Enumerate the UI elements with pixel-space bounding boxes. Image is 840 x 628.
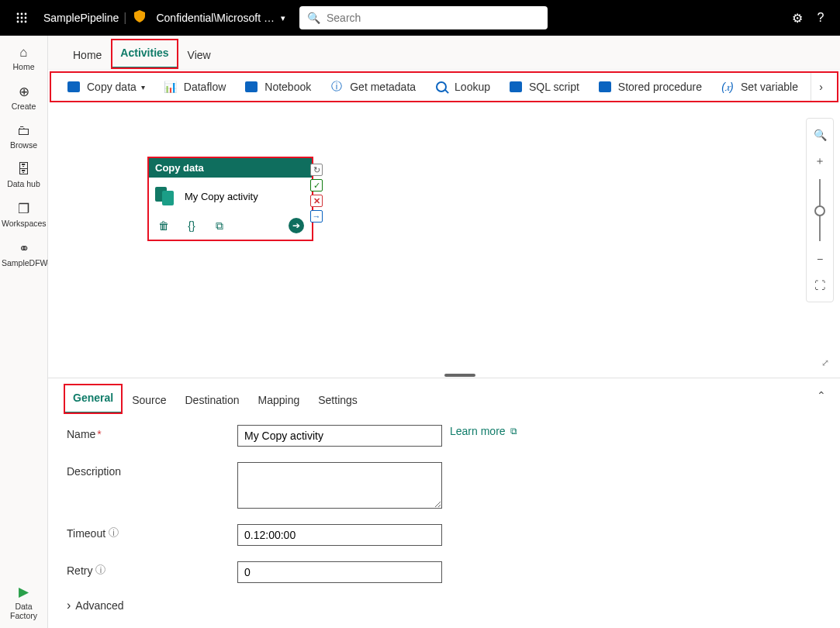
svg-point-8 (25, 21, 27, 23)
activities-ribbon: Copy data▾ 📊Dataflow Notebook ⓘGet metad… (50, 71, 838, 102)
activity-name: My Copy activity (185, 191, 258, 202)
nav-sample-workspace[interactable]: ⚭SampleDFWorkspace (0, 236, 47, 275)
chevron-down-icon: ▾ (141, 83, 145, 91)
app-launcher-icon[interactable] (14, 10, 29, 26)
search-input[interactable] (327, 12, 540, 24)
pipeline-canvas[interactable]: Copy data My Copy activity ↻ ✓ ✕ → 🗑 {} … (48, 102, 840, 378)
zoom-search-icon[interactable]: 🔍 (807, 122, 833, 148)
property-tabs: General Source Destination Mapping Setti… (48, 378, 840, 414)
copy-data-icon (155, 187, 177, 205)
left-nav: ⌂Home ⊕Create 🗀Browse 🗄Data hub ❐Workspa… (0, 36, 48, 628)
copy-data-icon (67, 80, 81, 94)
zoom-slider-thumb[interactable] (814, 205, 825, 216)
retry-input[interactable] (237, 561, 442, 583)
breadcrumb-divider: | (123, 11, 126, 25)
dependency-skip-icon[interactable]: → (310, 210, 323, 223)
dependency-success-icon[interactable]: ✓ (310, 179, 323, 192)
panel-drag-handle[interactable] (444, 374, 475, 377)
external-link-icon: ⧉ (510, 426, 517, 436)
factory-icon: ▶ (0, 584, 47, 600)
description-label: Description (67, 462, 237, 478)
nav-data-factory[interactable]: ▶Data Factory (0, 579, 47, 628)
workspaces-icon: ❐ (0, 201, 47, 217)
page-tab-view[interactable]: View (178, 41, 220, 69)
lookup-icon (434, 80, 448, 94)
dependency-failure-icon[interactable]: ✕ (310, 195, 323, 207)
panel-collapse-icon[interactable]: ⌃ (817, 389, 826, 402)
activity-type-label: Copy data (149, 158, 312, 178)
prop-tab-mapping[interactable]: Mapping (249, 386, 309, 414)
nav-datahub[interactable]: 🗄Data hub (0, 157, 47, 196)
nav-workspaces[interactable]: ❐Workspaces (0, 196, 47, 236)
clone-icon[interactable]: ⧉ (213, 219, 226, 233)
ribbon-notebook[interactable]: Notebook (235, 73, 320, 101)
description-input[interactable] (237, 462, 442, 509)
ribbon-scroll-right[interactable]: › (811, 73, 831, 101)
breadcrumb-dropdown-icon[interactable]: ▾ (281, 13, 285, 23)
advanced-toggle[interactable]: Advanced (67, 599, 821, 612)
svg-point-4 (21, 17, 23, 19)
ribbon-get-metadata[interactable]: ⓘGet metadata (320, 73, 425, 101)
timeout-label: Timeouti (67, 524, 237, 540)
team-icon: ⚭ (0, 240, 47, 257)
variable-icon: (𝑥) (721, 80, 735, 94)
learn-more-link[interactable]: Learn more⧉ (450, 425, 517, 437)
prop-tab-destination[interactable]: Destination (176, 386, 249, 414)
zoom-out-icon[interactable]: − (807, 246, 833, 272)
zoom-in-icon[interactable]: ＋ (807, 148, 833, 174)
page-tab-home[interactable]: Home (64, 41, 111, 69)
ribbon-stored-procedure[interactable]: Stored procedure (589, 73, 711, 101)
folder-icon: 🗀 (0, 123, 47, 139)
chevron-right-icon: › (819, 81, 823, 93)
svg-point-2 (25, 13, 27, 16)
code-icon[interactable]: {} (185, 219, 199, 233)
page-tab-activities[interactable]: Activities (111, 39, 178, 69)
ribbon-copy-data[interactable]: Copy data▾ (57, 73, 154, 101)
nav-create[interactable]: ⊕Create (0, 79, 47, 119)
prop-tab-settings[interactable]: Settings (309, 386, 367, 414)
stored-procedure-icon (598, 80, 612, 94)
zoom-slider[interactable] (819, 179, 821, 241)
search-icon: 🔍 (307, 12, 320, 24)
help-icon[interactable]: ? (809, 11, 832, 25)
home-icon: ⌂ (0, 45, 47, 60)
svg-point-1 (21, 13, 23, 16)
timeout-input[interactable] (237, 524, 442, 546)
nav-home[interactable]: ⌂Home (0, 40, 47, 79)
pipeline-title: SamplePipeline (43, 12, 119, 24)
canvas-resize-icon[interactable]: ⤢ (821, 357, 829, 368)
svg-point-6 (17, 21, 19, 23)
info-icon[interactable]: i (95, 564, 105, 575)
sensitivity-shield-icon (134, 10, 145, 26)
name-input[interactable] (237, 425, 442, 447)
retry-label: Retryi (67, 561, 237, 577)
zoom-fit-icon[interactable]: ⛶ (807, 272, 833, 298)
ribbon-sql-script[interactable]: SQL script (500, 73, 589, 101)
ribbon-set-variable[interactable]: (𝑥)Set variable (711, 73, 807, 101)
properties-panel: ⌃ General Source Destination Mapping Set… (48, 378, 840, 628)
svg-point-3 (17, 17, 19, 19)
database-icon: 🗄 (0, 162, 47, 178)
canvas-zoom-toolbar: 🔍 ＋ − ⛶ (806, 118, 834, 302)
svg-point-0 (17, 13, 19, 16)
settings-gear-icon[interactable]: ⚙ (786, 11, 809, 26)
prop-tab-source[interactable]: Source (123, 386, 175, 414)
info-icon[interactable]: i (109, 527, 119, 537)
global-search[interactable]: 🔍 (299, 6, 548, 29)
prop-tab-general[interactable]: General (64, 384, 123, 414)
breadcrumb-text[interactable]: Confidential\Microsoft … (156, 12, 275, 24)
nav-browse[interactable]: 🗀Browse (0, 119, 47, 157)
run-icon[interactable]: ➔ (289, 218, 304, 233)
svg-point-7 (21, 21, 23, 23)
dependency-completion-icon[interactable]: ↻ (310, 164, 323, 176)
ribbon-lookup[interactable]: Lookup (425, 73, 500, 101)
notebook-icon (244, 80, 258, 94)
info-icon: ⓘ (330, 80, 344, 94)
activity-card-copy-data[interactable]: Copy data My Copy activity ↻ ✓ ✕ → 🗑 {} … (147, 157, 313, 241)
svg-point-5 (25, 17, 27, 19)
plus-circle-icon: ⊕ (0, 84, 47, 100)
global-topbar: SamplePipeline | Confidential\Microsoft … (0, 0, 840, 36)
ribbon-dataflow[interactable]: 📊Dataflow (154, 73, 235, 101)
sql-script-icon (509, 80, 523, 94)
delete-icon[interactable]: 🗑 (157, 219, 171, 233)
